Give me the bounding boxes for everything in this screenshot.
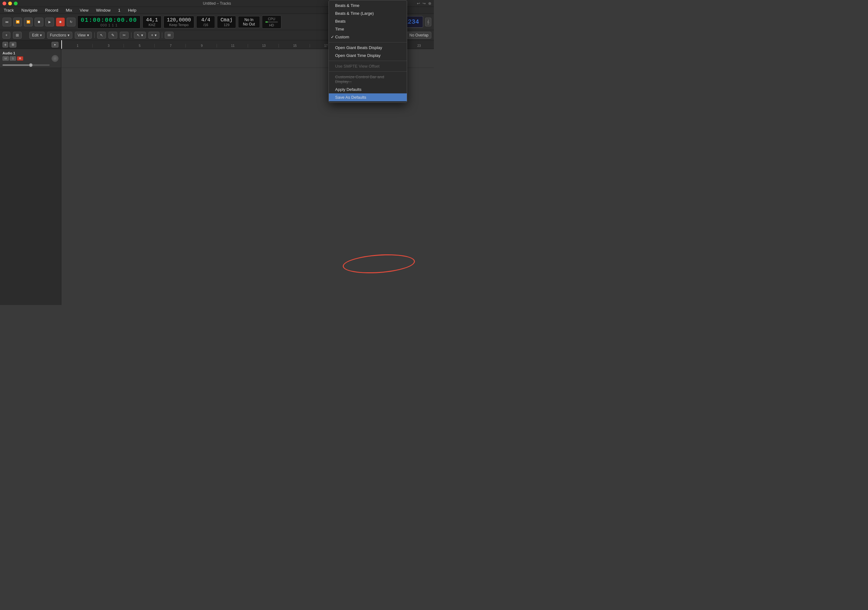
track-name: Audio 1: [3, 51, 50, 55]
beats-time-large-label: Beats & Time (Large): [335, 11, 374, 16]
ruler-mark-11: 11: [217, 44, 248, 48]
time-signature-display[interactable]: 4/4 /16: [196, 16, 215, 28]
track-solo-button[interactable]: S: [10, 56, 16, 61]
menu-mix[interactable]: Mix: [64, 8, 73, 13]
sample-rate-value: 44,1: [146, 17, 158, 23]
functions-label: Functions: [50, 33, 66, 37]
pointer-icon: ↖: [137, 33, 140, 37]
track-volume-knob[interactable]: [29, 63, 33, 67]
track-controls: M S R: [3, 56, 50, 61]
cpu-meter-fill: [265, 22, 268, 23]
tempo-value: 120,0000: [167, 17, 191, 23]
view-chevron-icon: ▾: [87, 33, 89, 37]
ruler-mark-3: 3: [92, 44, 124, 48]
fast-forward-button[interactable]: ⏩: [24, 18, 33, 26]
track-mute-button[interactable]: M: [3, 56, 9, 61]
minimize-button[interactable]: [8, 2, 12, 5]
tool-pointer[interactable]: ↖: [97, 32, 106, 39]
key-sub: 129: [223, 23, 229, 27]
menu-option-custom[interactable]: Custom: [329, 33, 407, 41]
menu-track[interactable]: Track: [3, 8, 15, 13]
plus-mode[interactable]: + ▾: [149, 32, 160, 39]
menu-option-smpte: Use SMPTE View Offset: [329, 62, 407, 70]
time-display[interactable]: 01:00:00:00.00 000 1 1 1: [78, 16, 141, 29]
menu-record[interactable]: Record: [44, 8, 59, 13]
back-icon[interactable]: ↩: [417, 1, 420, 6]
toolbar-separator-2: [131, 33, 132, 38]
audio-track-1: Audio 1 M S R: [0, 49, 61, 68]
track-list-header: + ⊞ ▸: [0, 40, 61, 49]
maximize-button[interactable]: [14, 2, 18, 5]
menu-navigate[interactable]: Navigate: [20, 8, 39, 13]
menu-separator-1: [329, 42, 407, 42]
menu-option-time[interactable]: Time: [329, 25, 407, 33]
view-button[interactable]: View ▾: [75, 32, 92, 39]
ruler-mark-7: 7: [154, 44, 186, 48]
in-out-display[interactable]: No In No Out: [238, 16, 260, 28]
pointer-mode[interactable]: ↖ ▾: [134, 32, 146, 39]
no-overlap-button[interactable]: No Overlap: [406, 32, 431, 39]
track-headers: + ⊞ ▸ Audio 1 M S R: [0, 40, 61, 305]
beats-label: Beats: [335, 19, 346, 23]
cpu-meter: [265, 22, 278, 23]
envelope-button[interactable]: ✉: [165, 32, 174, 39]
track-info: Audio 1 M S R: [3, 51, 50, 66]
track-volume-fill: [3, 64, 31, 66]
add-track-header-button[interactable]: +: [3, 42, 8, 48]
edit-chevron-icon: ▾: [40, 33, 42, 37]
record-button[interactable]: ⏺: [56, 18, 65, 26]
edit-button[interactable]: Edit ▾: [29, 32, 45, 39]
open-giant-time-label: Open Giant Time Display: [335, 53, 381, 58]
key-display[interactable]: Cmaj 129: [217, 16, 236, 28]
tool-pencil[interactable]: ✎: [108, 32, 117, 39]
edit-label: Edit: [32, 33, 39, 37]
track-record-button[interactable]: R: [17, 56, 23, 61]
menu-view[interactable]: View: [78, 8, 90, 13]
stop-button[interactable]: ⏹: [34, 18, 43, 26]
go-to-start-button[interactable]: ⏮: [3, 18, 11, 26]
toolbar-separator-1: [94, 33, 95, 38]
menu-number[interactable]: 1: [117, 8, 122, 13]
plus-icon: +: [151, 33, 153, 37]
track-volume-slider[interactable]: [3, 64, 50, 66]
zoom-icon[interactable]: ⊕: [428, 1, 431, 6]
beats-time-label: Beats & Time: [335, 3, 359, 8]
forward-icon[interactable]: ↪: [423, 1, 426, 6]
functions-button[interactable]: Functions ▾: [47, 32, 72, 39]
globals-header-button[interactable]: ⊞: [9, 42, 16, 48]
plus-chevron: ▾: [155, 33, 157, 37]
metronome-button[interactable]: 𝄞: [425, 18, 431, 26]
menu-option-apply-defaults[interactable]: Apply Defaults: [329, 85, 407, 93]
time-signature-bottom: /16: [203, 23, 208, 27]
time-display-main: 01:00:00:00.00: [81, 17, 137, 23]
rewind-button[interactable]: ⏪: [13, 18, 22, 26]
menu-help[interactable]: Help: [127, 8, 138, 13]
ruler-mark-15: 15: [279, 44, 310, 48]
menu-window[interactable]: Window: [95, 8, 112, 13]
cycle-button[interactable]: ↻: [67, 18, 76, 26]
pointer-chevron: ▾: [141, 33, 143, 37]
no-out-label: No Out: [243, 22, 255, 26]
menu-option-open-giant-time[interactable]: Open Giant Time Display: [329, 51, 407, 59]
close-button[interactable]: [3, 2, 6, 5]
envelope-header-button[interactable]: ▸: [51, 42, 59, 48]
menu-option-beats-time[interactable]: Beats & Time: [329, 2, 407, 9]
ruler-mark-1: 1: [61, 44, 92, 48]
track-pan-knob[interactable]: [51, 55, 59, 62]
title-bar-icons: ↩ ↪ ⊕: [417, 1, 431, 6]
no-overlap-label: No Overlap: [409, 33, 428, 37]
menu-option-open-giant-beats[interactable]: Open Giant Beats Display: [329, 44, 407, 51]
globals-button[interactable]: ⊞: [13, 32, 22, 39]
menu-option-save-as-defaults[interactable]: Save As Defaults: [329, 93, 407, 101]
play-button[interactable]: ▶: [45, 18, 54, 26]
add-track-button[interactable]: +: [3, 32, 10, 39]
custom-label: Custom: [335, 34, 349, 39]
tempo-display[interactable]: 120,0000 Keep Tempo: [163, 16, 195, 28]
tool-scissors[interactable]: ✂: [120, 32, 129, 39]
hd-label: HD: [269, 23, 274, 27]
window-controls[interactable]: [3, 2, 18, 5]
view-label: View: [78, 33, 86, 37]
menu-option-beats-time-large[interactable]: Beats & Time (Large): [329, 9, 407, 17]
menu-option-beats[interactable]: Beats: [329, 17, 407, 25]
window-title: Untitled – Tracks: [203, 1, 231, 6]
